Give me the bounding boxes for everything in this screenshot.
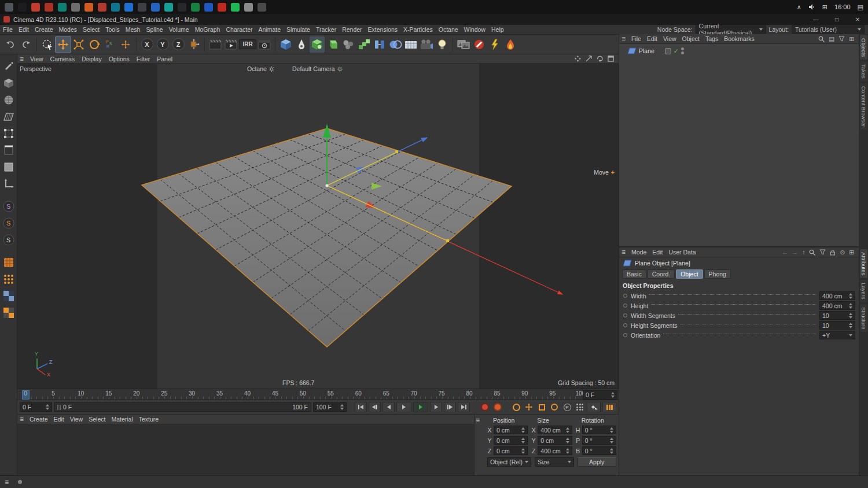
record-scale-button[interactable] [536,402,547,412]
hud-active-tool[interactable]: Move + [594,169,615,176]
gear-icon[interactable] [269,66,274,72]
history-back-icon[interactable]: ← [782,249,788,256]
taskbar-app-icon[interactable] [258,3,266,12]
axis-mode-button[interactable] [2,178,15,190]
menu-item[interactable]: Tools [102,26,123,33]
model-mode-button[interactable] [2,77,15,90]
size-field[interactable]: 400 cm [538,446,572,455]
minimize-button[interactable]: — [806,14,826,25]
position-field[interactable]: 0 cm [494,446,528,455]
range-start-field[interactable]: 0 F [20,402,52,412]
attribute-tab[interactable]: Object [676,269,703,279]
stepper[interactable] [849,323,852,328]
gear-icon[interactable] [337,66,343,72]
record-pla-button[interactable] [575,402,585,412]
menu-item[interactable]: Volume [166,26,192,33]
z-axis-lock-button[interactable]: Z [171,36,186,53]
stepper[interactable] [849,313,852,319]
object-row[interactable]: Plane ✓ [619,46,859,56]
menu-item[interactable]: Select [80,26,102,33]
object-name[interactable]: Plane [639,47,654,54]
taskbar-app-icon[interactable] [231,3,240,12]
stepper[interactable] [849,303,852,309]
menu-item[interactable]: Simulate [284,26,313,33]
psr-tool[interactable]: PSR [102,36,117,53]
edges-mode-button[interactable] [2,144,15,157]
node-space-select[interactable]: Current (Standard/Physical) [696,25,766,34]
next-frame-button[interactable] [430,402,442,412]
gizmo-origin[interactable] [326,184,329,187]
taskbar-app-icon[interactable] [58,3,67,12]
object-manager-menu-item[interactable]: Edit [644,35,660,42]
attribute-menu-item[interactable]: Mode [628,249,649,256]
enabled-check-icon[interactable]: ✓ [674,48,679,54]
panel-tab[interactable]: Layers [860,280,867,302]
taskbar-app-icon[interactable] [178,3,186,12]
taskbar-app-icon[interactable] [218,3,226,12]
maximize-view-icon[interactable] [608,56,614,62]
tray-expand-icon[interactable]: ∧ [797,3,801,11]
redo-button[interactable] [19,36,34,53]
menu-item[interactable]: Render [339,26,365,33]
next-key-button[interactable] [444,402,456,412]
autokeying-button[interactable] [492,402,503,412]
timeline-ruler[interactable]: 0510152025303540455055606570758085909510… [17,389,619,400]
stepper[interactable] [566,427,569,433]
generators-button[interactable] [325,36,340,53]
subdivision-surface-button[interactable] [310,36,325,53]
material-menu-item[interactable]: Material [108,416,135,423]
keyframe-dot-icon[interactable] [623,333,627,337]
keyframe-dot-icon[interactable] [623,323,627,327]
lock-icon[interactable] [830,249,836,256]
menu-item[interactable]: Edit [16,26,32,33]
menu-item[interactable]: Help [488,26,507,33]
record-position-button[interactable] [524,402,534,412]
attribute-menu-item[interactable]: User Data [665,249,698,256]
texture-mode-button[interactable] [2,94,15,106]
status-menu-icon[interactable]: ≡ [5,478,9,486]
taskbar-app-icon[interactable] [98,3,106,12]
viewport-menu-item[interactable]: Panel [153,56,176,62]
taskbar-app-icon[interactable] [138,3,146,12]
object-manager-menu-item[interactable]: File [628,35,644,42]
taskbar-app-icon[interactable] [244,3,253,12]
viewport-menu-item[interactable]: Options [105,56,133,62]
record-parameter-button[interactable]: P [562,402,572,412]
previous-key-button[interactable] [369,402,381,412]
position-field[interactable]: 0 cm [494,436,528,445]
menu-item[interactable]: Window [461,26,488,33]
deformers-button[interactable] [372,36,387,53]
goto-end-button[interactable] [458,402,470,412]
live-selection-tool[interactable] [40,36,55,53]
taskbar-app-icon[interactable] [31,3,40,12]
interactive-render-button[interactable]: IRR [239,36,256,53]
octane-stop-button[interactable] [472,36,487,53]
viewport-menu-item[interactable]: Cameras [47,56,79,62]
record-keyframe-button[interactable] [480,402,490,412]
plane-handle-dot[interactable] [446,239,449,242]
hud-camera[interactable]: Default Camera [292,65,343,72]
size-field[interactable]: 400 cm [538,426,572,434]
panel-icon[interactable]: ⊞ [849,35,854,42]
render-settings-button[interactable] [257,36,272,53]
property-control[interactable]: 400 cm [819,291,855,300]
notifications-icon[interactable]: ▤ [858,3,863,11]
mograph-button[interactable] [356,36,372,53]
material-menu-item[interactable]: Texture [136,416,161,423]
menu-item[interactable]: Octane [436,26,461,33]
x-axis-lock-button[interactable]: X [139,36,155,53]
play-button[interactable] [413,402,428,412]
workplane-mode-button[interactable] [2,110,15,123]
range-end-field[interactable]: 100 F [313,402,347,412]
previous-frame-button[interactable] [382,402,395,412]
add-primitive-button[interactable] [278,36,293,53]
taskbar-app-icon[interactable] [124,3,133,12]
menu-item[interactable]: Create [32,26,56,33]
view-label[interactable]: Perspective [20,65,52,72]
size-field[interactable]: 0 cm [538,436,572,445]
property-control[interactable]: 10 [819,321,855,330]
stepper[interactable] [340,404,344,410]
attribute-menu-icon[interactable]: ≡ [621,248,626,256]
stepper[interactable] [849,293,852,299]
rotate-tool[interactable] [87,36,102,53]
